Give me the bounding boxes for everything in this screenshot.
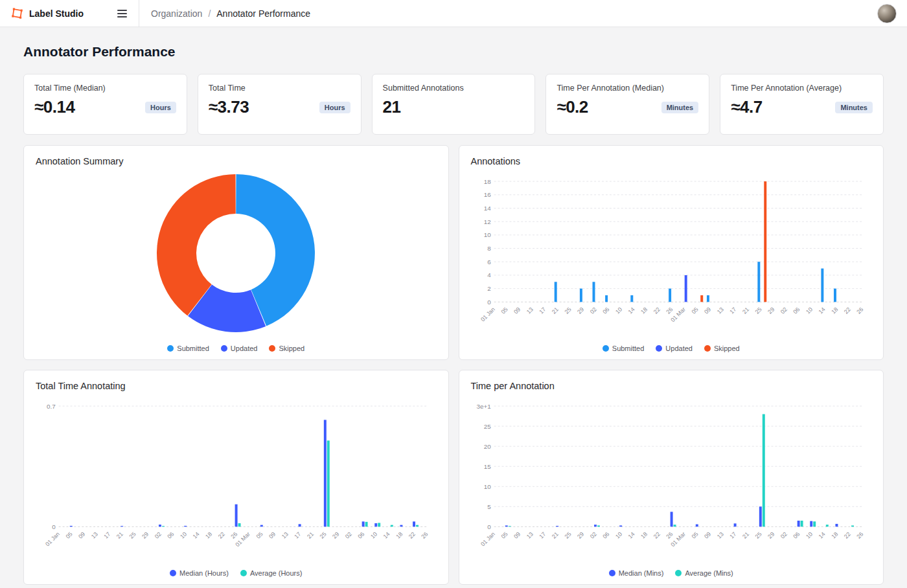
chart-title: Annotation Summary — [36, 156, 438, 166]
svg-text:10: 10 — [369, 531, 378, 540]
svg-text:25: 25 — [753, 306, 763, 315]
stat-label: Total Time — [209, 84, 350, 93]
annotation-summary-legend: SubmittedUpdatedSkipped — [34, 343, 438, 354]
legend-item[interactable]: Updated — [221, 345, 258, 352]
legend-dot-icon — [656, 345, 662, 352]
svg-text:17: 17 — [728, 306, 737, 315]
annotation-summary-donut-chart — [148, 172, 323, 339]
legend-item[interactable]: Skipped — [269, 345, 304, 352]
svg-text:22: 22 — [652, 531, 661, 540]
svg-text:21: 21 — [551, 531, 560, 540]
svg-text:02: 02 — [589, 306, 598, 315]
app-header: Label Studio Organization / Annotator Pe… — [0, 0, 907, 27]
svg-text:17: 17 — [538, 306, 547, 315]
total-time-annotating-card: Total Time Annotating 00.701 Jan05091317… — [23, 370, 449, 585]
annotations-legend: SubmittedUpdatedSkipped — [470, 343, 873, 354]
legend-item[interactable]: Updated — [656, 345, 693, 352]
svg-text:26: 26 — [855, 306, 864, 315]
svg-text:14: 14 — [626, 306, 636, 315]
breadcrumb: Organization / Annotator Performance — [139, 8, 310, 19]
svg-text:18: 18 — [639, 531, 649, 540]
svg-text:14: 14 — [192, 531, 201, 540]
stat-value: ≈3.73 — [209, 97, 249, 117]
legend-item[interactable]: Median (Mins) — [609, 569, 664, 577]
breadcrumb-current-page: Annotator Performance — [216, 8, 310, 19]
svg-text:29: 29 — [766, 531, 775, 540]
svg-text:29: 29 — [576, 306, 585, 315]
svg-text:18: 18 — [483, 178, 491, 185]
svg-text:13: 13 — [525, 306, 534, 315]
svg-text:22: 22 — [217, 531, 226, 540]
svg-text:21: 21 — [115, 531, 124, 540]
legend-dot-icon — [609, 570, 615, 576]
legend-item[interactable]: Submitted — [603, 345, 645, 352]
legend-item[interactable]: Skipped — [704, 345, 740, 352]
app-name: Label Studio — [29, 8, 84, 19]
legend-item[interactable]: Average (Mins) — [675, 569, 733, 577]
legend-dot-icon — [170, 570, 176, 576]
legend-dot-icon — [675, 570, 682, 576]
svg-text:6: 6 — [487, 258, 491, 266]
svg-text:25: 25 — [483, 423, 491, 430]
svg-text:29: 29 — [576, 531, 585, 540]
time-per-annotation-bar-chart: 05101520253e+101 Jan05091317212529020610… — [470, 399, 873, 561]
breadcrumb-organization-link[interactable]: Organization — [151, 8, 202, 19]
svg-text:09: 09 — [703, 531, 712, 540]
svg-text:21: 21 — [306, 531, 315, 540]
hamburger-menu-button[interactable] — [115, 7, 130, 20]
legend-dot-icon — [704, 345, 711, 352]
svg-text:8: 8 — [487, 245, 491, 252]
svg-text:10: 10 — [483, 231, 491, 238]
svg-text:5: 5 — [487, 503, 491, 510]
stat-unit-badge: Hours — [145, 102, 176, 113]
svg-text:14: 14 — [817, 306, 826, 315]
stat-label: Time Per Annotation (Median) — [557, 84, 698, 93]
svg-text:09: 09 — [268, 531, 277, 540]
svg-text:17: 17 — [293, 531, 303, 540]
user-avatar[interactable] — [877, 4, 897, 23]
svg-text:26: 26 — [420, 531, 430, 540]
svg-text:02: 02 — [779, 306, 788, 315]
annotation-summary-card: Annotation Summary SubmittedUpdatedSkipp… — [23, 145, 449, 360]
svg-text:21: 21 — [741, 306, 750, 315]
chart-title: Time per Annotation — [471, 381, 873, 391]
svg-text:06: 06 — [792, 531, 801, 540]
legend-item[interactable]: Submitted — [167, 345, 209, 352]
svg-text:17: 17 — [538, 531, 547, 540]
svg-text:02: 02 — [344, 531, 353, 540]
svg-text:01 Jan: 01 Jan — [479, 531, 496, 548]
svg-text:22: 22 — [843, 531, 852, 540]
stat-label: Time Per Annotation (Average) — [731, 84, 873, 93]
stat-label: Submitted Annotations — [383, 84, 525, 93]
svg-text:05: 05 — [499, 306, 509, 315]
svg-text:29: 29 — [141, 531, 150, 540]
svg-text:15: 15 — [483, 463, 491, 470]
stat-unit-badge: Minutes — [661, 102, 699, 113]
svg-text:26: 26 — [665, 306, 674, 315]
stat-value: 21 — [383, 97, 401, 117]
annotations-bar-chart: 02468101214161801 Jan0509131721252902061… — [470, 174, 873, 336]
svg-text:05: 05 — [499, 531, 509, 540]
stat-label: Total Time (Median) — [34, 84, 176, 93]
svg-text:18: 18 — [639, 306, 649, 315]
svg-text:2: 2 — [487, 285, 491, 292]
logo-block[interactable]: Label Studio — [10, 6, 84, 20]
svg-text:14: 14 — [483, 205, 491, 212]
svg-text:29: 29 — [331, 531, 340, 540]
svg-text:09: 09 — [512, 306, 522, 315]
charts-grid: Annotation Summary SubmittedUpdatedSkipp… — [23, 145, 884, 585]
stats-row: Total Time (Median) ≈0.14 Hours Total Ti… — [23, 74, 884, 135]
svg-text:02: 02 — [589, 531, 598, 540]
svg-text:25: 25 — [753, 531, 763, 540]
breadcrumb-separator: / — [208, 8, 211, 19]
legend-item[interactable]: Average (Hours) — [240, 569, 303, 577]
svg-text:22: 22 — [843, 306, 852, 315]
svg-text:06: 06 — [601, 531, 610, 540]
svg-text:17: 17 — [728, 531, 737, 540]
svg-text:05: 05 — [255, 531, 264, 540]
header-left: Label Studio — [0, 0, 139, 27]
svg-text:06: 06 — [357, 531, 366, 540]
legend-item[interactable]: Median (Hours) — [170, 569, 229, 577]
time-per-annotation-legend: Median (Mins)Average (Mins) — [470, 567, 873, 579]
legend-dot-icon — [221, 345, 227, 352]
